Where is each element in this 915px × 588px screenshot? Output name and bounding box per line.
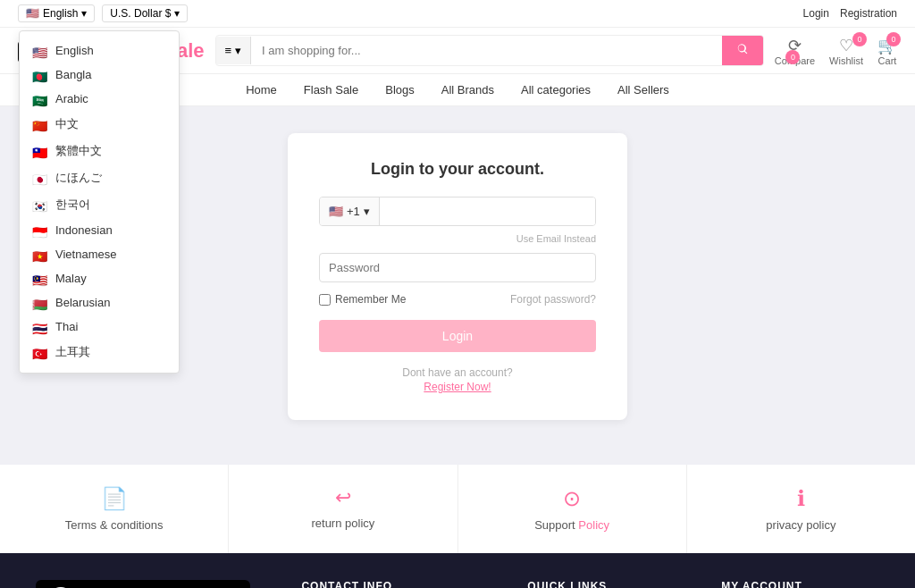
search-bar: ≡ ▾ [215, 35, 764, 66]
policy-item-support[interactable]: ⊙ Support Policy [458, 465, 687, 553]
return-label: return policy [311, 517, 374, 530]
lang-item-thai[interactable]: 🇹🇭 Thai [20, 315, 179, 339]
currency-dropdown[interactable]: U.S. Dollar $ ▾ [102, 4, 188, 22]
compare-button[interactable]: ⟳ 0 Compare [775, 36, 815, 66]
nav-all-brands[interactable]: All Brands [441, 83, 494, 97]
register-now-link[interactable]: Register Now! [319, 381, 596, 393]
flag-arabic-icon: 🇸🇦 [32, 94, 48, 105]
lang-by-label: Belarusian [55, 296, 110, 309]
remember-me-text: Remember Me [335, 293, 406, 306]
lang-vn-label: Vietnamese [55, 248, 116, 261]
top-bar: 🇺🇸 English ▾ 🇺🇸 English 🇧🇩 Bangla 🇸🇦 Ara… [0, 0, 915, 28]
my-account-heading: MY ACCOUNT [721, 580, 879, 588]
wishlist-count-badge: 0 [852, 32, 867, 46]
policy-item-terms[interactable]: 📄 Terms & conditions [0, 465, 229, 553]
footer-brand: ⊙ TikTok-Wholesale Subscribe ▶ GET IT ON… [36, 580, 265, 588]
login-button[interactable]: Login [319, 320, 596, 352]
wishlist-button[interactable]: ♡ 0 Wishlist [829, 36, 863, 66]
policy-item-return[interactable]: ↩ return policy [229, 465, 458, 553]
login-title: Login to your account. [319, 160, 596, 179]
policy-section: 📄 Terms & conditions ↩ return policy ⊙ S… [0, 465, 915, 553]
flag-tr-icon: 🇹🇷 [32, 347, 48, 357]
lang-id-label: Indonesian [55, 223, 113, 237]
login-card: Login to your account. 🇺🇸 +1 ▾ Use Email… [288, 133, 627, 420]
policy-item-privacy[interactable]: ℹ privacy policy [687, 465, 915, 553]
quick-links-heading: QUICK LINKS [527, 580, 685, 588]
flag-my-icon: 🇲🇾 [32, 273, 48, 284]
lang-item-vietnamese[interactable]: 🇻🇳 Vietnamese [20, 242, 179, 266]
phone-prefix-value: +1 [347, 205, 360, 218]
flag-kr-icon: 🇰🇷 [32, 199, 48, 210]
password-input[interactable] [319, 253, 596, 282]
forgot-password-link[interactable]: Forgot password? [510, 293, 596, 306]
privacy-icon: ℹ [797, 486, 805, 511]
lang-item-japanese[interactable]: 🇯🇵 にほんご [20, 164, 179, 191]
flag-us-icon: 🇺🇸 [26, 7, 39, 20]
registration-link[interactable]: Registration [840, 7, 897, 20]
phone-prefix-chevron-icon: ▾ [364, 205, 370, 218]
phone-input[interactable] [380, 197, 595, 225]
lang-item-turkish[interactable]: 🇹🇷 土耳其 [20, 339, 179, 365]
flag-jp-icon: 🇯🇵 [32, 172, 48, 183]
lang-my-label: Malay [55, 272, 87, 285]
flag-tw-icon: 🇹🇼 [32, 146, 48, 156]
no-account-text: Dont have an account? [319, 366, 596, 379]
remember-row: Remember Me Forgot password? [319, 293, 596, 306]
lang-tw-label: 繁體中文 [55, 143, 102, 159]
lang-th-label: Thai [55, 320, 78, 333]
lang-item-korean[interactable]: 🇰🇷 한국어 [20, 191, 179, 218]
cart-button[interactable]: 🛒 0 Cart [877, 36, 897, 66]
category-menu-icon: ≡ [225, 44, 232, 57]
header-icons: ⟳ 0 Compare ♡ 0 Wishlist 🛒 0 Cart [775, 36, 897, 66]
lang-item-traditional-chinese[interactable]: 🇹🇼 繁體中文 [20, 138, 179, 164]
lang-item-english[interactable]: 🇺🇸 English [20, 38, 179, 63]
remember-me-checkbox[interactable] [319, 294, 331, 306]
lang-english-label: English [55, 44, 94, 57]
nav-all-categories[interactable]: All categories [521, 83, 591, 97]
footer-top: ⊙ TikTok-Wholesale Subscribe ▶ GET IT ON… [36, 580, 879, 588]
currency-label: U.S. Dollar $ [110, 7, 171, 20]
phone-input-row: 🇺🇸 +1 ▾ [319, 197, 596, 226]
currency-chevron-icon: ▾ [174, 7, 180, 20]
lang-arabic-label: Arabic [55, 92, 88, 105]
privacy-label: privacy policy [766, 518, 835, 532]
login-link[interactable]: Login [803, 7, 829, 20]
category-chevron-icon: ▾ [235, 44, 241, 57]
lang-item-belarusian[interactable]: 🇧🇾 Belarusian [20, 290, 179, 315]
use-email-link[interactable]: Use Email Instead [319, 233, 596, 244]
cart-count-badge: 0 [886, 32, 901, 46]
search-button[interactable] [722, 36, 763, 65]
footer-contact: CONTACT INFO Address: Phone: 625544562 E… [301, 580, 491, 588]
footer-logo: ⊙ TikTok-Wholesale [36, 580, 250, 588]
phone-prefix-selector[interactable]: 🇺🇸 +1 ▾ [320, 197, 380, 225]
lang-item-malay[interactable]: 🇲🇾 Malay [20, 266, 179, 290]
wishlist-icon: ♡ [839, 36, 853, 55]
lang-item-chinese[interactable]: 🇨🇳 中文 [20, 111, 179, 138]
nav-flash-sale[interactable]: Flash Sale [304, 83, 358, 97]
remember-me-label[interactable]: Remember Me [319, 293, 406, 306]
flag-by-icon: 🇧🇾 [32, 298, 48, 308]
lang-kr-label: 한국어 [55, 197, 90, 213]
nav-home[interactable]: Home [246, 83, 277, 97]
cart-label: Cart [878, 55, 897, 66]
lang-jp-label: にほんご [55, 170, 102, 186]
flag-bangla-icon: 🇧🇩 [32, 70, 48, 80]
search-icon [736, 43, 749, 55]
nav-blogs[interactable]: Blogs [385, 83, 415, 97]
search-category-button[interactable]: ≡ ▾ [216, 37, 252, 64]
support-icon: ⊙ [563, 486, 581, 511]
footer: ⊙ TikTok-Wholesale Subscribe ▶ GET IT ON… [0, 553, 915, 588]
footer-quick-links: QUICK LINKS Support Policy Page Return P… [527, 580, 685, 588]
language-chevron-icon: ▾ [81, 7, 87, 20]
return-icon: ↩ [335, 486, 351, 509]
nav-all-sellers[interactable]: All Sellers [617, 83, 669, 97]
search-input[interactable] [251, 37, 722, 64]
language-menu: 🇺🇸 English 🇧🇩 Bangla 🇸🇦 Arabic 🇨🇳 中文 🇹� [19, 30, 180, 374]
language-dropdown[interactable]: 🇺🇸 English ▾ 🇺🇸 English 🇧🇩 Bangla 🇸🇦 Ara… [18, 4, 95, 22]
lang-item-bangla[interactable]: 🇧🇩 Bangla [20, 63, 179, 87]
terms-icon: 📄 [101, 486, 128, 511]
lang-item-indonesian[interactable]: 🇮🇩 Indonesian [20, 218, 179, 242]
lang-item-arabic[interactable]: 🇸🇦 Arabic [20, 87, 179, 111]
flag-phone-icon: 🇺🇸 [329, 205, 343, 218]
terms-label: Terms & conditions [65, 518, 164, 532]
